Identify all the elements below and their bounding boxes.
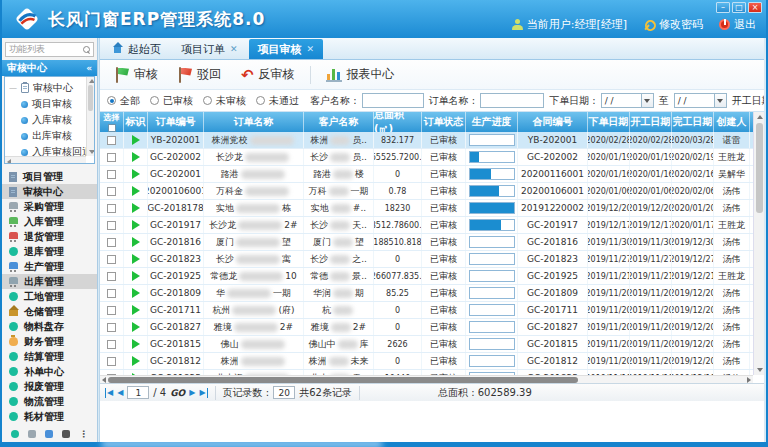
sidebar-item-10[interactable]: 物料盘存	[2, 319, 97, 334]
table-row[interactable]: GC-2018178实地栋实地#..18230已审核20191220002201…	[100, 200, 753, 217]
row-checkbox-cell[interactable]	[100, 166, 124, 182]
row-checkbox-cell[interactable]	[100, 268, 124, 284]
table-row[interactable]: GC-201917长沙龙2#长沙天..8512.78600..已审核GC-201…	[100, 217, 753, 234]
table-row[interactable]: YB-202001株洲党校株洲员..832.177已审核YB-202001202…	[100, 132, 753, 149]
row-checkbox-cell[interactable]	[100, 251, 124, 267]
change-password-button[interactable]: 修改密码	[643, 17, 703, 32]
row-checkbox-cell[interactable]	[100, 183, 124, 199]
scroll-left-icon[interactable]	[7, 159, 11, 165]
scroll-down-icon[interactable]	[89, 150, 95, 154]
cart-icon[interactable]	[28, 430, 36, 438]
logout-button[interactable]: 退出	[719, 17, 756, 32]
column-header-生产进度[interactable]: 生产进度	[466, 112, 518, 132]
more-icon[interactable]: ⋮	[79, 430, 88, 438]
go-button[interactable]: GO	[170, 388, 185, 398]
row-checkbox-cell[interactable]	[100, 132, 124, 148]
calendar-dropdown-icon[interactable]	[641, 93, 654, 108]
radio-未通过[interactable]	[256, 96, 265, 105]
column-header-标识[interactable]: 标识	[124, 112, 148, 132]
sidebar-item-4[interactable]: 退货管理	[2, 229, 97, 244]
table-row[interactable]: GC-202001路港路港楼0已审核202001160012020/01/162…	[100, 166, 753, 183]
table-row[interactable]: GC-201827雅境2#雅境2#0已审核GC-2018272019/11/20…	[100, 319, 753, 336]
first-page-button[interactable]: ◀	[105, 388, 113, 398]
scroll-up-icon[interactable]	[757, 115, 763, 119]
sidebar-item-14[interactable]: 报废管理	[2, 379, 97, 394]
row-checkbox-cell[interactable]	[100, 285, 124, 301]
prev-page-button[interactable]: ◀	[117, 388, 123, 398]
tree-vertical-scrollbar[interactable]	[86, 77, 94, 156]
grid-vertical-scrollbar[interactable]	[753, 112, 764, 375]
tree-horizontal-scrollbar[interactable]	[5, 156, 86, 163]
tree-item-2[interactable]: 出库审核	[9, 128, 94, 144]
column-header-开工日期[interactable]: 开工日期	[630, 112, 672, 132]
table-row[interactable]: GC-201816厦门望厦门望188510.818已审核GC-201816201…	[100, 234, 753, 251]
row-checkbox-cell[interactable]	[100, 319, 124, 335]
function-search-input[interactable]: 功能列表	[5, 42, 94, 57]
calendar-dropdown-icon[interactable]	[714, 93, 727, 108]
row-checkbox-cell[interactable]	[100, 149, 124, 165]
反审核-button[interactable]: ↶反审核	[232, 63, 304, 87]
column-header-订单名称[interactable]: 订单名称	[204, 112, 304, 132]
maximize-button[interactable]: □	[732, 2, 746, 13]
select-all-checkbox[interactable]	[108, 124, 116, 132]
column-header-合同编号[interactable]: 合同编号	[518, 112, 588, 132]
sidebar-item-11[interactable]: 财务管理	[2, 334, 97, 349]
row-checkbox-cell[interactable]	[100, 234, 124, 250]
sidebar-item-15[interactable]: 物流管理	[2, 394, 97, 409]
row-checkbox[interactable]	[107, 340, 116, 349]
row-checkbox[interactable]	[107, 221, 116, 230]
tree-item-1[interactable]: 入库审核	[9, 112, 94, 128]
column-header-创建人[interactable]: 创建人	[714, 112, 750, 132]
scroll-down-icon[interactable]	[757, 368, 763, 372]
column-header-总面积(㎡)[interactable]: 总面积(㎡)	[374, 112, 422, 132]
tree-item-0[interactable]: 项目审核	[9, 96, 94, 112]
leaf-icon[interactable]	[45, 430, 53, 438]
radio-label[interactable]: 未通过	[269, 94, 299, 108]
sidebar-panel-header[interactable]: 审核中心 «	[2, 60, 97, 76]
row-checkbox[interactable]	[107, 153, 116, 162]
grid-horizontal-scrollbar[interactable]	[100, 375, 753, 383]
page-number-input[interactable]: 1	[127, 386, 149, 399]
table-row[interactable]: GC-201815佛山佛山中库2626已审核GC-2018152019/11/2…	[100, 336, 753, 353]
collapse-icon[interactable]: «	[86, 63, 92, 73]
table-row[interactable]: GC-201812株洲株洲未来0已审核GC-2018122019/11/2020…	[100, 353, 753, 370]
row-checkbox[interactable]	[107, 306, 116, 315]
审核-button[interactable]: 审核	[106, 63, 167, 87]
sidebar-item-1[interactable]: 审核中心	[2, 184, 97, 199]
row-checkbox-cell[interactable]	[100, 302, 124, 318]
scroll-up-icon[interactable]	[89, 79, 95, 83]
row-checkbox[interactable]	[107, 255, 116, 264]
radio-未审核[interactable]	[203, 96, 212, 105]
sidebar-item-7[interactable]: 出库管理	[2, 274, 97, 289]
table-row[interactable]: 20200106001万科金万科一期0.78已审核202001060012020…	[100, 183, 753, 200]
sidebar-item-9[interactable]: 仓储管理	[2, 304, 97, 319]
row-checkbox[interactable]	[107, 272, 116, 281]
table-row[interactable]: GC-201823长沙寓长沙之..0已审核GC-2018232019/11/27…	[100, 251, 753, 268]
row-checkbox-cell[interactable]	[100, 353, 124, 369]
sidebar-item-6[interactable]: 生产管理	[2, 259, 97, 274]
close-tab-icon[interactable]: ✕	[307, 44, 315, 54]
row-checkbox[interactable]	[107, 204, 116, 213]
radio-全部[interactable]	[107, 96, 116, 105]
row-checkbox[interactable]	[107, 187, 116, 196]
table-row[interactable]: GC-201925常德龙10常德景..266077.835..已审核GC-201…	[100, 268, 753, 285]
sidebar-item-5[interactable]: 退库管理	[2, 244, 97, 259]
row-checkbox[interactable]	[107, 238, 116, 247]
table-row[interactable]: GC-201809华一期华润期85.25已审核GC-2018092019/11/…	[100, 285, 753, 302]
order-date-to-input[interactable]: / /	[674, 93, 727, 108]
sidebar-item-13[interactable]: 补单中心	[2, 364, 97, 379]
order-name-input[interactable]	[480, 93, 544, 108]
sidebar-item-3[interactable]: 入库管理	[2, 214, 97, 229]
grid-vscroll-thumb[interactable]	[756, 123, 763, 213]
row-checkbox[interactable]	[107, 357, 116, 366]
row-checkbox[interactable]	[107, 170, 116, 179]
sidebar-item-0[interactable]: 项目管理	[2, 169, 97, 184]
next-page-button[interactable]: ▶	[189, 388, 195, 398]
minimize-button[interactable]: –	[716, 2, 730, 13]
row-checkbox[interactable]	[107, 136, 116, 145]
sidebar-item-2[interactable]: 采购管理	[2, 199, 97, 214]
close-tab-icon[interactable]: ✕	[230, 44, 238, 54]
tree-root-item[interactable]: —审核中心	[9, 80, 94, 96]
column-header-客户名称[interactable]: 客户名称	[304, 112, 374, 132]
tab-项目订单[interactable]: 项目订单✕	[172, 39, 247, 59]
